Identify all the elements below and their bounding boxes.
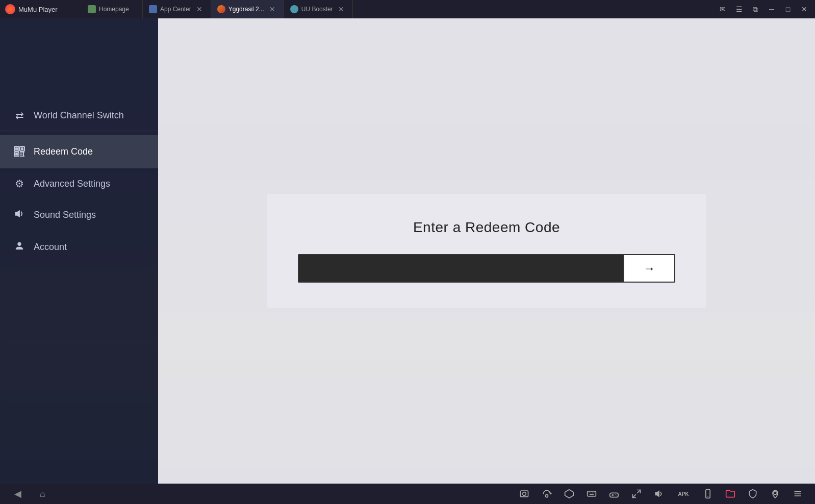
uubooster-icon [290,5,298,13]
sidebar-item-sound-label: Sound Settings [34,210,96,220]
redeem-input-row: → [298,254,675,283]
svg-marker-29 [655,490,659,497]
advanced-settings-icon: ⚙ [12,178,27,190]
screenshot-button[interactable] [517,487,531,501]
restore-button[interactable]: ⧉ [749,3,762,16]
account-icon [12,240,27,254]
tab-homepage-label: Homepage [99,6,129,13]
sidebar-item-advanced[interactable]: ⚙ Advanced Settings [0,168,158,199]
logo-icon [5,4,15,14]
taskbar: ◀ ⌂ APK [0,484,815,504]
svg-marker-14 [550,492,552,495]
svg-rect-5 [15,153,18,156]
world-channel-label: World Channel Switch [34,110,124,121]
folder-button[interactable] [723,487,737,501]
dialog-area: Enter a Redeem Code → [158,18,815,484]
appcenter-icon [149,5,157,13]
tabs-area: Homepage App Center ✕ Yggdrasil 2... ✕ U… [82,0,712,18]
svg-marker-16 [565,490,574,498]
titlebar: MuMu Player Homepage App Center ✕ Yggdra… [0,0,815,18]
minimize-button[interactable]: ─ [765,3,778,16]
sidebar-item-advanced-label: Advanced Settings [34,179,110,189]
nav-home-button[interactable]: ⌂ [36,487,49,501]
svg-rect-1 [15,147,18,150]
rotate-button[interactable] [540,487,554,501]
sound-icon [12,208,27,222]
svg-point-15 [546,495,548,497]
sidebar-item-redeem-label: Redeem Code [34,146,93,157]
sidebar-item-redeem[interactable]: Redeem Code [0,135,158,168]
resize-button[interactable] [629,487,644,501]
svg-rect-17 [588,491,596,496]
svg-line-27 [638,490,641,493]
sidebar-menu: ⇄ World Channel Switch [0,18,158,263]
menu-button[interactable]: ☰ [732,3,746,16]
app-name: MuMu Player [18,6,58,13]
nav-back-button[interactable]: ◀ [10,486,26,501]
svg-marker-10 [15,210,20,218]
tab-yggdrasil-close[interactable]: ✕ [267,5,277,14]
world-channel-icon: ⇄ [12,109,27,121]
keyboard-button[interactable] [584,487,599,501]
location-button[interactable] [768,487,782,501]
svg-rect-3 [21,147,23,150]
gamepad-button[interactable] [607,487,621,501]
tab-appcenter-close[interactable]: ✕ [194,5,205,14]
svg-point-25 [615,494,616,495]
tab-yggdrasil[interactable]: Yggdrasil 2... ✕ [211,0,284,18]
tab-uubooster[interactable]: UU Booster ✕ [284,0,353,18]
apk-button[interactable]: APK [674,487,693,501]
more-button[interactable] [791,487,805,501]
redeem-dialog: Enter a Redeem Code → [267,194,706,308]
tab-uubooster-close[interactable]: ✕ [336,5,346,14]
sidebar-item-account[interactable]: Account [0,231,158,263]
sidebar-item-world-channel[interactable]: ⇄ World Channel Switch [0,100,158,131]
tab-uubooster-label: UU Booster [301,6,333,13]
taskbar-left: ◀ ⌂ [10,486,49,501]
svg-point-11 [17,242,21,246]
home-icon [88,5,96,13]
mail-button[interactable]: ✉ [716,3,729,16]
tab-appcenter[interactable]: App Center ✕ [143,0,211,18]
svg-point-31 [707,496,708,497]
close-button[interactable]: ✕ [798,3,811,16]
main-area: ⇄ World Channel Switch [0,18,815,484]
submit-arrow-icon: → [643,261,655,275]
sidebar-item-account-label: Account [34,242,67,253]
taskbar-right: APK [517,487,805,501]
tab-yggdrasil-label: Yggdrasil 2... [228,6,264,13]
sidebar-panel: ⇄ World Channel Switch [0,18,158,484]
svg-point-32 [774,491,777,495]
redeem-icon [12,144,27,159]
tab-homepage[interactable]: Homepage [82,0,143,18]
share-button[interactable] [562,487,576,501]
sidebar-item-sound[interactable]: Sound Settings [0,199,158,231]
tab-appcenter-label: App Center [160,6,191,13]
redeem-dialog-title: Enter a Redeem Code [298,219,675,236]
svg-point-13 [523,492,526,496]
redeem-code-input[interactable] [299,255,623,282]
phone-button[interactable] [701,487,715,501]
volume-button[interactable] [652,487,666,501]
svg-point-26 [616,495,617,496]
app-logo: MuMu Player [0,4,82,14]
maximize-button[interactable]: □ [781,3,795,16]
window-controls: ✉ ☰ ⧉ ─ □ ✕ [712,3,815,16]
yggdrasil-icon [217,5,225,13]
redeem-submit-button[interactable]: → [623,255,674,282]
shield-button[interactable] [746,487,760,501]
svg-line-28 [633,495,636,498]
